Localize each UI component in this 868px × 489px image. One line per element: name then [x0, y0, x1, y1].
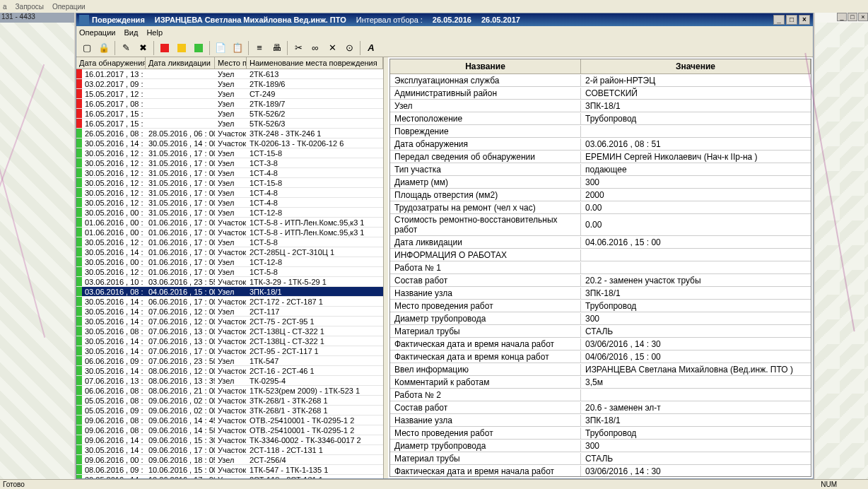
detail-body[interactable]: Эксплуатационная служба2-й район-НРТЭЦАд…	[390, 74, 811, 476]
doc1-button[interactable]: 📄	[213, 40, 228, 56]
detail-row[interactable]: Административный районСОВЕТСКИЙ	[390, 87, 811, 100]
table-row[interactable]: 30.05.2016 , 12 : 3031.05.2016 , 17 : 00…	[76, 198, 383, 208]
menu-item[interactable]: Операции	[52, 3, 86, 11]
menu-view[interactable]: Вид	[124, 28, 138, 37]
table-row[interactable]: 30.05.2016 , 12 : 5201.06.2016 , 17 : 00…	[76, 237, 383, 247]
table-row[interactable]: 09.06.2016 , 14 : 5309.06.2016 , 15 : 30…	[76, 435, 383, 445]
menu-help[interactable]: Help	[146, 28, 163, 37]
cross-button[interactable]: ✕	[324, 40, 340, 56]
print-button[interactable]: 🖶	[269, 40, 284, 56]
detail-row[interactable]: Тип участкаподающее	[390, 163, 811, 176]
detail-row[interactable]: МестоположениеТрубопровод	[390, 112, 811, 125]
table-row[interactable]: 30.05.2016 , 12 : 5301.06.2016 , 17 : 00…	[76, 267, 383, 277]
col-date-found[interactable]: Дата обнаружения	[76, 57, 146, 69]
scissors-button[interactable]: ✂	[291, 40, 306, 56]
table-row[interactable]: 06.06.2016 , 09 : 4607.06.2016 , 23 : 50…	[76, 356, 383, 366]
red-filter[interactable]	[157, 40, 172, 56]
table-row[interactable]: 30.05.2016 , 14 : 3007.06.2016 , 13 : 00…	[76, 336, 383, 346]
splitter[interactable]	[384, 57, 388, 478]
table-row[interactable]: 16.05.2017 , 08 : 53Узел2ТК-189/7	[76, 99, 383, 109]
maximize-button[interactable]: □	[786, 15, 797, 25]
table-row[interactable]: 05.05.2016 , 08 : 4309.06.2016 , 02 : 00…	[76, 396, 383, 406]
detail-row[interactable]: ИНФОРМАЦИЯ О РАБОТАХ	[390, 249, 811, 261]
table-row[interactable]: 30.05.2016 , 12 : 3231.05.2016 , 17 : 00…	[76, 168, 383, 178]
table-row[interactable]: 30.05.2016 , 12 : 3131.05.2016 , 17 : 00…	[76, 188, 383, 198]
menu-item[interactable]: Запросы	[16, 3, 44, 11]
detail-row[interactable]: Материал трубыСТАЛЬ	[390, 452, 811, 465]
table-row[interactable]: 30.05.2016 , 12 : 2931.05.2016 , 17 : 00…	[76, 158, 383, 168]
detail-row[interactable]: Состав работ20.2 - заменен участок трубы	[390, 274, 811, 287]
table-row[interactable]: 09.06.2016 , 08 : 4509.06.2016 , 14 : 45…	[76, 416, 383, 425]
edit-button[interactable]: ✎	[118, 40, 134, 56]
detail-row[interactable]: Работа № 1	[390, 261, 811, 274]
table-row[interactable]: 30.05.2016 , 14 : 0030.05.2016 , 14 : 00…	[76, 139, 383, 148]
col-place[interactable]: Место п...	[215, 57, 247, 69]
table-row[interactable]: 30.05.2016 , 12 : 4031.05.2016 , 17 : 00…	[76, 178, 383, 188]
menu-item[interactable]: а	[3, 3, 7, 11]
table-row[interactable]: 08.06.2016 , 09 : 1710.06.2016 , 15 : 00…	[76, 465, 383, 475]
detail-row[interactable]: Эксплуатационная служба2-й район-НРТЭЦ	[390, 74, 811, 87]
incident-table[interactable]: Дата обнаружения Дата ликвидации Место п…	[76, 57, 383, 478]
detail-row[interactable]: Комментарий к работам3,5м	[390, 376, 811, 389]
table-row[interactable]: 30.05.2016 , 00 : 0001.06.2016 , 17 : 00…	[76, 257, 383, 267]
table-row[interactable]: 30.05.2016 , 14 : 4609.06.2016 , 17 : 00…	[76, 445, 383, 455]
menu-operations[interactable]: Операции	[79, 28, 115, 37]
table-row[interactable]: 01.06.2016 , 00 : 0001.06.2016 , 17 : 00…	[76, 228, 383, 237]
detail-row[interactable]: Трудозатраты на ремонт (чел х час)0.00	[390, 201, 811, 214]
detail-row[interactable]: Дата обнаружения03.06.2016 , 08 : 51	[390, 138, 811, 151]
detail-row[interactable]: Место проведения работТрубопровод	[390, 300, 811, 312]
detail-row[interactable]: Дата ликвидации04.06.2016 , 15 : 00	[390, 236, 811, 249]
delete-button[interactable]: ✖	[135, 40, 151, 56]
new-button[interactable]: ▢	[79, 40, 95, 56]
table-row[interactable]: 09.06.2016 , 00 : 0009.06.2016 , 18 : 05…	[76, 455, 383, 465]
table-row[interactable]: 30.05.2016 , 14 : 5010.06.2016 , 17 : 00…	[76, 475, 383, 478]
table-row[interactable]: 30.05.2016 , 14 : 5006.06.2016 , 17 : 00…	[76, 297, 383, 307]
table-row[interactable]: 30.05.2016 , 14 : 4807.06.2016 , 17 : 00…	[76, 346, 383, 356]
detail-row[interactable]: Фактическая дата и время начала работ03/…	[390, 465, 811, 476]
outer-minimize[interactable]: _	[837, 13, 847, 21]
detail-row[interactable]: Диаметр трубопровода300	[390, 440, 811, 452]
table-row[interactable]: 07.06.2016 , 13 : 3908.06.2016 , 13 : 39…	[76, 376, 383, 386]
lines-button[interactable]: ≡	[252, 40, 267, 56]
detail-row[interactable]: Диаметр трубопровода300	[390, 312, 811, 325]
outer-maximize[interactable]: □	[848, 13, 857, 21]
detail-row[interactable]: Стоимость ремонтно-восстановительных раб…	[390, 214, 811, 236]
detail-row[interactable]: Фактическая дата и время конца работ04/0…	[390, 350, 811, 363]
detail-row[interactable]: Ввел информациюИЗРАНЦЕВА Светлана Михайл…	[390, 363, 811, 376]
table-row[interactable]: 30.05.2016 , 08 : 5907.06.2016 , 13 : 00…	[76, 326, 383, 336]
table-row[interactable]: 16.01.2017 , 13 : 19Узел2ТК-613	[76, 69, 383, 79]
detail-row[interactable]: Передал сведения об обнаруженииЕРЕМИН Се…	[390, 151, 811, 163]
table-row[interactable]: 03.06.2016 , 10 : 3003.06.2016 , 23 : 55…	[76, 277, 383, 287]
table-row[interactable]: 16.05.2017 , 15 : 58Узел5ТК-526/2	[76, 109, 383, 119]
table-row[interactable]: 30.05.2016 , 12 : 3531.05.2016 , 17 : 00…	[76, 148, 383, 158]
col-name[interactable]: Наименование места повреждения	[247, 57, 383, 69]
table-row[interactable]: 30.05.2016 , 14 : 4707.06.2016 , 12 : 00…	[76, 307, 383, 317]
green-filter[interactable]	[191, 40, 206, 56]
table-row[interactable]: 03.06.2016 , 08 : 5104.06.2016 , 15 : 00…	[76, 287, 383, 297]
eye-button[interactable]: ∞	[307, 40, 323, 56]
detail-row[interactable]: Состав работ20.6 - заменен эл-т	[390, 401, 811, 414]
lock-button[interactable]: 🔒	[96, 40, 112, 56]
detail-row[interactable]: Диаметр (мм)300	[390, 176, 811, 189]
table-row[interactable]: 06.06.2016 , 08 : 0108.06.2016 , 21 : 00…	[76, 386, 383, 396]
minimize-button[interactable]: _	[773, 15, 785, 25]
detail-row[interactable]: Работа № 2	[390, 389, 811, 401]
detail-row[interactable]: Название узла3ПК-18/1	[390, 414, 811, 427]
table-row[interactable]: 03.02.2017 , 09 : 27Узел2ТК-189/6	[76, 79, 383, 89]
detail-row[interactable]: Материал трубыСТАЛЬ	[390, 325, 811, 338]
close-button[interactable]: ×	[799, 15, 810, 25]
detail-row[interactable]: Название узла3ПК-18/1	[390, 287, 811, 300]
table-row[interactable]: 15.05.2017 , 12 : 51УзелСТ-249	[76, 89, 383, 99]
detail-row[interactable]: Повреждение	[390, 125, 811, 138]
detail-row[interactable]: Место проведения работТрубопровод	[390, 427, 811, 440]
table-row[interactable]: 09.06.2016 , 08 : 5809.06.2016 , 14 : 58…	[76, 425, 383, 435]
outer-close[interactable]: ×	[858, 13, 868, 21]
target-button[interactable]: ⊙	[341, 40, 357, 56]
table-row[interactable]: 30.05.2016 , 14 : 4507.06.2016 , 12 : 00…	[76, 317, 383, 326]
font-button[interactable]: A	[363, 40, 379, 56]
table-row[interactable]: 30.05.2016 , 14 : 3501.06.2016 , 17 : 00…	[76, 247, 383, 257]
doc2-button[interactable]: 📋	[230, 40, 245, 56]
table-row[interactable]: 16.05.2017 , 15 : 58Узел5ТК-526/3	[76, 119, 383, 129]
detail-row[interactable]: Фактическая дата и время начала работ03/…	[390, 338, 811, 350]
table-row[interactable]: 26.05.2016 , 08 : 3128.05.2016 , 06 : 00…	[76, 129, 383, 139]
